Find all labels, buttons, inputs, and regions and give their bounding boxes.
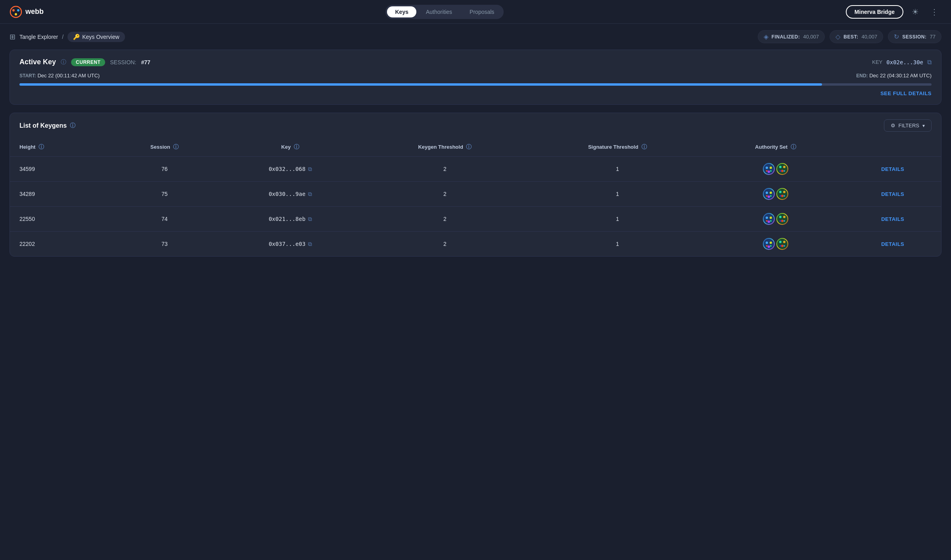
authority-set-info-icon[interactable]: ⓘ [791, 144, 796, 150]
chevron-down-icon: ▾ [922, 123, 925, 128]
key-copy-button[interactable]: ⧉ [927, 59, 932, 66]
logo-icon [10, 6, 22, 18]
cell-authority-set-2 [707, 207, 845, 232]
session-value: 77 [930, 34, 936, 40]
key-copy-2[interactable]: ⧉ [308, 216, 312, 222]
key-copy-3[interactable]: ⧉ [308, 241, 312, 247]
svg-point-23 [779, 191, 782, 193]
svg-point-2 [17, 9, 19, 12]
keygens-info-icon[interactable]: ⓘ [70, 122, 75, 129]
session-icon: ↻ [894, 33, 899, 40]
table-header-row: Height ⓘ Session ⓘ Key ⓘ Keygen Threshol… [10, 138, 941, 157]
svg-point-29 [766, 217, 768, 219]
th-key: Key ⓘ [219, 138, 362, 157]
sig-threshold-info-icon[interactable]: ⓘ [641, 144, 647, 150]
cell-sig-threshold-2: 1 [528, 207, 707, 232]
progress-bar-container [19, 83, 932, 86]
table-row: 22202 73 0x037...e03 ⧉ 2 1 [10, 232, 941, 257]
authority-avatar-1-0 [763, 163, 775, 175]
details-link-1[interactable]: DETAILS [881, 191, 904, 197]
svg-point-9 [770, 170, 772, 172]
active-key-info-icon[interactable]: ⓘ [61, 59, 66, 66]
authority-avatar-1-1 [763, 188, 775, 200]
explorer-link[interactable]: Tangle Explorer [19, 34, 58, 40]
card-title-row: Active Key ⓘ CURRENT SESSION: #77 [19, 58, 150, 66]
key-copy-0[interactable]: ⧉ [308, 166, 312, 173]
authority-avatar-2-1 [776, 188, 788, 200]
session-stat: ↻ SESSION: 77 [888, 30, 941, 43]
svg-point-17 [766, 192, 768, 194]
authority-avatar-2-0 [776, 163, 788, 175]
keygens-table: Height ⓘ Session ⓘ Key ⓘ Keygen Threshol… [10, 138, 941, 256]
keygen-threshold-info-icon[interactable]: ⓘ [466, 144, 472, 150]
breadcrumb-separator: / [62, 34, 64, 40]
svg-point-0 [10, 6, 21, 17]
details-link-0[interactable]: DETAILS [881, 166, 904, 172]
details-link-2[interactable]: DETAILS [881, 216, 904, 222]
cell-sig-threshold-3: 1 [528, 232, 707, 257]
svg-point-42 [770, 242, 772, 244]
stats-bar: ◈ FINALIZED: 40,007 ◇ BEST: 40,007 ↻ SES… [758, 30, 941, 43]
svg-point-33 [770, 220, 772, 222]
details-link-3[interactable]: DETAILS [881, 241, 904, 247]
breadcrumb-current-label: Keys Overview [82, 34, 119, 40]
breadcrumb: ⊞ Tangle Explorer / 🔑 Keys Overview [10, 32, 125, 42]
start-date-value: Dec 22 (00:11:42 AM UTC) [37, 73, 100, 79]
table-row: 34599 76 0x032...068 ⧉ 2 1 [10, 157, 941, 182]
tab-authorities[interactable]: Authorities [418, 6, 460, 17]
key-icon: 🔑 [73, 34, 80, 40]
filters-button[interactable]: ⚙ FILTERS ▾ [884, 119, 932, 132]
table-card-header: List of Keygens ⓘ ⚙ FILTERS ▾ [10, 113, 941, 138]
cell-session-3: 73 [110, 232, 219, 257]
svg-point-51 [784, 245, 785, 247]
th-actions [844, 138, 941, 157]
keygens-title-text: List of Keygens [19, 122, 67, 129]
finalized-value: 40,007 [803, 34, 819, 40]
cell-keygen-threshold-0: 2 [362, 157, 528, 182]
th-keygen-threshold: Keygen Threshold ⓘ [362, 138, 528, 157]
key-label: KEY [872, 59, 882, 65]
svg-point-36 [783, 216, 785, 218]
start-date: START: Dec 22 (00:11:42 AM UTC) [19, 73, 100, 79]
cell-session-2: 74 [110, 207, 219, 232]
theme-toggle-button[interactable]: ☀ [908, 5, 922, 19]
tab-proposals[interactable]: Proposals [462, 6, 502, 17]
key-copy-1[interactable]: ⧉ [308, 191, 312, 198]
key-mono-1: 0x030...9ae [269, 191, 306, 197]
see-full-details-link[interactable]: SEE FULL DETAILS [19, 90, 932, 96]
svg-point-5 [766, 167, 768, 169]
svg-point-31 [768, 221, 770, 223]
minerva-bridge-button[interactable]: Minerva Bridge [846, 5, 903, 19]
svg-point-38 [780, 220, 781, 222]
cell-height-0: 34599 [10, 157, 110, 182]
cell-details-2: DETAILS [844, 207, 941, 232]
svg-point-43 [768, 245, 770, 248]
finalized-icon: ◈ [764, 33, 768, 40]
cell-keygen-threshold-2: 2 [362, 207, 528, 232]
sun-icon: ☀ [912, 7, 919, 17]
session-label: SESSION: [902, 34, 926, 40]
cell-key-3: 0x037...e03 ⧉ [219, 232, 362, 257]
cell-details-3: DETAILS [844, 232, 941, 257]
key-info-icon[interactable]: ⓘ [294, 144, 299, 150]
svg-point-37 [781, 220, 784, 222]
height-info-icon[interactable]: ⓘ [39, 144, 44, 150]
svg-point-13 [781, 170, 784, 172]
best-icon: ◇ [835, 33, 840, 40]
cell-key-1: 0x030...9ae ⧉ [219, 182, 362, 207]
end-date-value: Dec 22 (04:30:12 AM UTC) [869, 73, 932, 79]
logo: webb [10, 6, 44, 18]
authority-avatar-1-3 [763, 238, 775, 250]
svg-point-35 [779, 216, 782, 218]
svg-point-46 [777, 239, 787, 249]
svg-point-6 [770, 167, 772, 169]
authority-avatar-1-2 [763, 213, 775, 225]
session-info-icon[interactable]: ⓘ [173, 144, 179, 150]
progress-bar-fill [19, 83, 822, 86]
svg-point-18 [770, 192, 772, 194]
authority-avatar-2-2 [776, 213, 788, 225]
menu-button[interactable]: ⋮ [927, 5, 941, 19]
cell-key-0: 0x032...068 ⧉ [219, 157, 362, 182]
tab-keys[interactable]: Keys [387, 6, 416, 17]
finalized-label: FINALIZED: [772, 34, 800, 40]
